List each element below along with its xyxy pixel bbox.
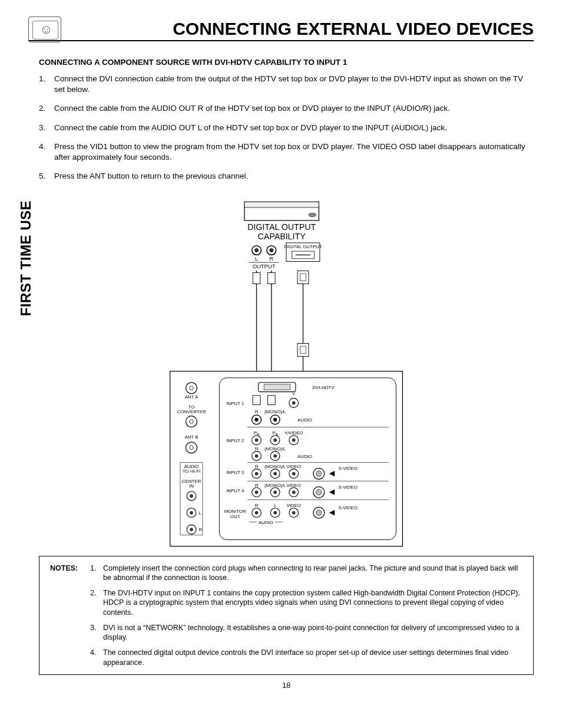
steps-list: 1.Connect the DVI connection cable from … <box>39 74 534 182</box>
svg-point-77 <box>316 489 322 495</box>
svg-point-2 <box>309 213 316 216</box>
svg-point-71 <box>255 490 259 494</box>
step-text: Press the ANT button to return to the pr… <box>54 171 534 182</box>
rca-plug-icon <box>267 395 275 404</box>
diagram-label: (MONO)/L <box>265 482 286 487</box>
diagram-label: AUDIO <box>297 453 312 459</box>
diagram-label: INPUT 4 <box>226 488 244 493</box>
note-text: Completely insert the connection cord pl… <box>103 564 523 583</box>
diagram-label: OUT <box>230 514 240 519</box>
svg-point-54 <box>292 438 296 442</box>
svg-rect-41 <box>267 395 275 404</box>
diagram-label: S-VIDEO <box>338 466 357 471</box>
step-item: 1.Connect the DVI connection cable from … <box>39 74 534 95</box>
svg-rect-16 <box>300 274 306 281</box>
svg-rect-39 <box>264 384 290 389</box>
diagram-label: INPUT 1 <box>226 400 244 406</box>
svg-rect-13 <box>267 272 275 284</box>
diagram-label: INPUT 2 <box>226 437 244 443</box>
svg-point-27 <box>186 416 197 427</box>
diagram-label: VIDEO <box>286 482 301 487</box>
step-number: 2. <box>39 103 54 114</box>
diagram-label: Y <box>292 391 296 396</box>
diagram-label: IN <box>189 483 194 489</box>
page-title: CONNECTING EXTERNAL VIDEO DEVICES <box>28 19 534 41</box>
note-row: 2.The DVI-HDTV input on INPUT 1 contains… <box>50 588 523 617</box>
note-text: The connected digital output device cont… <box>103 648 523 667</box>
diagram-label: AUDIO <box>259 519 273 525</box>
note-number: 2. <box>90 588 103 617</box>
diagram-label: R <box>255 409 259 414</box>
note-row: NOTES: 1.Completely insert the connectio… <box>50 564 523 583</box>
step-number: 5. <box>39 171 54 182</box>
svg-point-63 <box>273 472 277 475</box>
diagram-label: L <box>274 503 277 508</box>
svg-point-34 <box>190 511 193 515</box>
note-text: The DVI-HDTV input on INPUT 1 contains t… <box>103 588 523 617</box>
step-number: 1. <box>39 74 54 95</box>
source-device-icon <box>244 202 319 220</box>
notes-box: NOTES: 1.Completely insert the connectio… <box>39 556 534 675</box>
sidebar-label-text: FIRST TIME USE <box>18 200 34 316</box>
diagram-label: ANT B <box>184 434 198 439</box>
note-number: 3. <box>90 623 103 643</box>
svg-point-47 <box>273 417 277 421</box>
diagram-label: R <box>255 464 259 469</box>
svg-point-58 <box>273 454 277 457</box>
svg-point-36 <box>190 528 193 531</box>
diagram-label: L <box>255 255 258 261</box>
diagram-label: DIGITAL OUTPUT <box>247 222 316 231</box>
step-item: 3.Connect the cable from the AUDIO OUT L… <box>39 123 534 133</box>
svg-point-45 <box>254 417 258 421</box>
step-text: Connect the cable from the AUDIO OUT R o… <box>54 103 534 114</box>
svg-point-52 <box>273 438 277 442</box>
notes-label: NOTES: <box>50 564 90 583</box>
diagram-label: R <box>255 503 259 508</box>
svg-point-83 <box>273 511 277 515</box>
svg-point-85 <box>292 511 296 515</box>
diagram-label: CAPABILITY <box>258 231 306 241</box>
note-number: 4. <box>90 648 103 667</box>
svg-point-75 <box>292 490 296 494</box>
diagram-label: DIGITAL OUTPUT <box>284 244 322 249</box>
logo-icon <box>28 17 61 42</box>
note-text: DVI is not a “NETWORK” technology. It es… <box>103 623 523 643</box>
content-area: CONNECTING A COMPONENT SOURCE WITH DVI-H… <box>39 58 534 690</box>
diagram-label: (MONO)/L <box>265 446 286 452</box>
step-number: 3. <box>39 123 54 133</box>
diagram-label: ANT A <box>185 394 199 399</box>
dvi-plug-icon <box>297 343 309 356</box>
diagram-label: (MONO)/L <box>265 464 286 469</box>
svg-point-43 <box>292 401 296 404</box>
diagram-label: CONVERTER <box>177 409 206 414</box>
diagram-label: TO HI-FI <box>183 468 200 473</box>
svg-point-81 <box>255 511 259 515</box>
rca-plug-icon <box>267 271 275 284</box>
svg-point-67 <box>316 470 322 476</box>
svg-point-65 <box>292 472 296 475</box>
page: CONNECTING EXTERNAL VIDEO DEVICES FIRST … <box>0 0 562 728</box>
svg-rect-40 <box>253 395 260 404</box>
svg-point-61 <box>255 472 259 475</box>
rca-plug-icon <box>253 395 260 404</box>
svg-point-32 <box>190 494 193 498</box>
step-item: 4.Press the VID1 button to view the prog… <box>39 141 534 163</box>
svg-point-29 <box>186 442 197 453</box>
step-text: Connect the cable from the AUDIO OUT L o… <box>54 123 534 133</box>
rca-plug-icon <box>253 271 260 284</box>
svg-point-25 <box>186 382 197 393</box>
svg-rect-11 <box>253 272 260 284</box>
tv-back-panel <box>170 371 403 546</box>
diagram-label: DVI-HDTV <box>312 384 335 390</box>
svg-point-4 <box>254 248 259 252</box>
diagram-label: R <box>269 255 273 261</box>
diagram-label: R <box>255 446 259 452</box>
diagram-label: R <box>255 482 259 487</box>
step-number: 4. <box>39 141 54 163</box>
svg-point-73 <box>273 490 277 494</box>
section-subheading: CONNECTING A COMPONENT SOURCE WITH DVI-H… <box>39 58 534 67</box>
svg-point-50 <box>255 438 259 442</box>
diagram-label: S-VIDEO <box>338 484 357 489</box>
diagram-label: AUDIO <box>297 417 312 423</box>
diagram-label: R <box>199 527 203 532</box>
